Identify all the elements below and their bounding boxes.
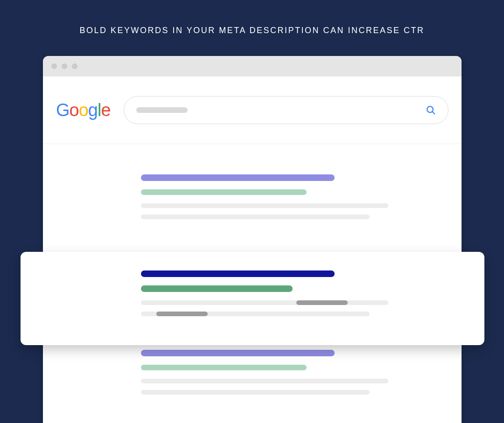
logo-letter: o bbox=[70, 100, 79, 120]
result-description-line bbox=[141, 203, 388, 208]
result-url-placeholder bbox=[141, 285, 293, 292]
search-header: G o o g l e bbox=[43, 76, 462, 144]
logo-letter: G bbox=[56, 100, 70, 120]
result-description-line bbox=[141, 390, 370, 395]
result-title-placeholder bbox=[141, 174, 335, 181]
window-zoom-dot[interactable] bbox=[72, 63, 77, 69]
result-title-placeholder bbox=[141, 270, 335, 277]
result-url-placeholder bbox=[141, 189, 307, 195]
page-heading: BOLD KEYWORDS IN YOUR META DESCRIPTION C… bbox=[0, 0, 504, 35]
window-close-dot[interactable] bbox=[51, 63, 57, 69]
svg-line-1 bbox=[432, 111, 434, 114]
search-result[interactable] bbox=[141, 174, 432, 219]
logo-letter: l bbox=[98, 100, 101, 120]
highlighted-search-result[interactable] bbox=[21, 252, 484, 345]
bold-keyword-highlight bbox=[296, 300, 348, 305]
result-title-placeholder bbox=[141, 350, 335, 356]
browser-titlebar bbox=[43, 56, 462, 76]
result-description-line bbox=[141, 215, 370, 219]
search-icon[interactable] bbox=[426, 105, 436, 115]
search-result[interactable] bbox=[141, 350, 432, 395]
result-description-line bbox=[141, 300, 388, 305]
logo-letter: o bbox=[79, 100, 88, 120]
search-input[interactable] bbox=[124, 96, 448, 124]
logo-letter: e bbox=[101, 100, 110, 120]
search-query-placeholder bbox=[136, 107, 188, 113]
window-minimize-dot[interactable] bbox=[62, 63, 67, 69]
result-description-line bbox=[141, 312, 370, 316]
google-logo[interactable]: G o o g l e bbox=[56, 100, 111, 120]
browser-window: G o o g l e bbox=[43, 56, 462, 423]
result-url-placeholder bbox=[141, 365, 307, 370]
logo-letter: g bbox=[88, 100, 98, 120]
result-description-line bbox=[141, 379, 388, 383]
bold-keyword-highlight bbox=[156, 312, 208, 316]
